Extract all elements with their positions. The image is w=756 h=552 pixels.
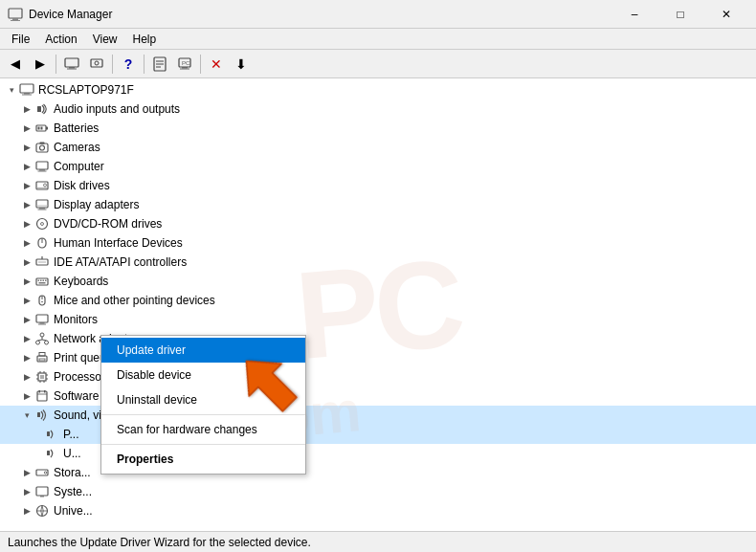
svg-line-61 [42,340,47,341]
expand-universal-icon: ▶ [19,503,34,519]
ctx-properties[interactable]: Properties [101,447,305,472]
tree-root[interactable]: ▾ RCSLAPTOP971F [0,80,756,99]
svg-rect-23 [41,127,43,130]
tree-batteries[interactable]: ▶ Batteries [0,119,756,138]
svg-rect-82 [36,470,48,475]
dvd-label: DVD/CD-ROM drives [54,217,162,231]
svg-rect-5 [67,68,77,69]
svg-rect-79 [37,412,40,417]
svg-rect-27 [36,162,48,169]
sound-icon [34,408,50,423]
menu-help[interactable]: Help [125,31,165,48]
svg-rect-29 [38,171,47,172]
toolbar-delete[interactable]: ✕ [205,53,228,76]
svg-rect-64 [39,359,45,361]
context-menu: Update driver Disable device Uninstall d… [100,335,306,475]
tree-computer[interactable]: ▶ Computer [0,157,756,176]
ctx-uninstall-device[interactable]: Uninstall device [101,387,305,412]
ctx-separator-1 [101,414,305,415]
expand-dvd-icon: ▶ [19,216,34,232]
expand-audio-icon: ▶ [19,101,34,117]
tree-audio[interactable]: ▶ Audio inputs and outputs [0,99,756,119]
tree-display[interactable]: ▶ Display adapters [0,195,756,214]
ide-icon [34,254,50,270]
toolbar-properties[interactable] [148,53,171,76]
sound-child-2-icon [44,446,59,461]
svg-rect-14 [180,68,189,69]
toolbar-scan[interactable]: ⬇ [230,53,253,76]
svg-rect-16 [20,84,33,93]
disk-label: Disk drives [54,179,110,192]
ctx-update-driver[interactable]: Update driver [101,338,305,363]
expand-monitors-icon: ▶ [19,312,34,327]
app-icon [8,7,23,22]
menu-action[interactable]: Action [37,31,84,48]
toolbar-network[interactable]: PC [173,53,196,76]
batteries-label: Batteries [54,121,99,135]
expand-processors-icon: ▶ [19,369,34,385]
svg-rect-35 [38,210,47,210]
ctx-separator-2 [101,444,305,445]
system-label: Syste... [54,485,92,498]
expand-display-icon: ▶ [19,197,34,212]
svg-point-58 [45,341,49,344]
expand-hid-icon: ▶ [19,235,34,251]
tree-monitors[interactable]: ▶ Monitors [0,310,756,329]
svg-rect-55 [38,324,46,325]
svg-point-25 [40,145,45,150]
svg-rect-22 [38,127,40,130]
expand-keyboards-icon: ▶ [19,274,34,289]
ctx-disable-device[interactable]: Disable device [101,363,305,387]
svg-rect-77 [39,390,41,393]
toolbar-separator-1 [56,55,56,74]
tree-mice[interactable]: ▶ Mice and other pointing devices [0,291,756,310]
tree-ide[interactable]: ▶ IDE ATA/ATAPI controllers [0,253,756,272]
cameras-label: Cameras [54,141,100,154]
toolbar-help[interactable]: ? [117,53,140,76]
ctx-scan-hardware[interactable]: Scan for hardware changes [101,417,305,442]
tree-hid[interactable]: ▶ Human Interface Devices [0,233,756,253]
svg-rect-53 [36,315,48,322]
menu-view[interactable]: View [85,31,125,48]
svg-rect-44 [36,278,48,285]
minimize-button[interactable]: – [612,0,656,29]
toolbar: ◀ ▶ ? PC ✕ ⬇ [0,50,756,78]
svg-rect-80 [47,431,50,436]
svg-rect-28 [39,169,45,171]
tree-dvd[interactable]: ▶ DVD/CD-ROM drives [0,214,756,233]
svg-rect-54 [40,322,45,324]
hid-label: Human Interface Devices [54,236,183,250]
toolbar-separator-3 [144,55,145,74]
svg-rect-66 [40,375,44,379]
computer-tree-icon [34,159,50,174]
expand-mice-icon: ▶ [19,293,34,308]
ide-label: IDE ATA/ATAPI controllers [54,255,187,269]
svg-rect-47 [43,280,45,282]
sound-child-1-icon [44,427,59,442]
keyboards-icon [34,274,50,289]
maximize-button[interactable]: □ [658,0,702,29]
cameras-icon [34,140,50,155]
tree-universal[interactable]: ▶ Unive... [0,501,756,520]
tree-system[interactable]: ▶ Syste... [0,482,756,501]
tree-keyboards[interactable]: ▶ Keyboards [0,272,756,291]
batteries-icon [34,121,50,136]
svg-point-7 [95,61,99,65]
svg-point-52 [41,301,43,303]
keyboards-label: Keyboards [54,275,108,288]
toolbar-back[interactable]: ◀ [4,53,27,76]
toolbar-computer[interactable] [60,53,83,76]
tree-cameras[interactable]: ▶ Cameras [0,138,756,157]
close-button[interactable]: ✕ [704,0,748,29]
toolbar-device[interactable] [85,53,108,76]
sound-child-1-label: P... [63,428,78,441]
toolbar-forward[interactable]: ▶ [29,53,52,76]
svg-point-37 [37,219,48,230]
expand-ide-icon: ▶ [19,254,34,270]
menu-file[interactable]: File [4,31,37,48]
tree-disk[interactable]: ▶ Disk drives [0,176,756,195]
svg-rect-24 [36,144,48,152]
svg-rect-31 [37,188,47,188]
svg-rect-0 [9,9,22,18]
svg-rect-21 [46,127,48,130]
